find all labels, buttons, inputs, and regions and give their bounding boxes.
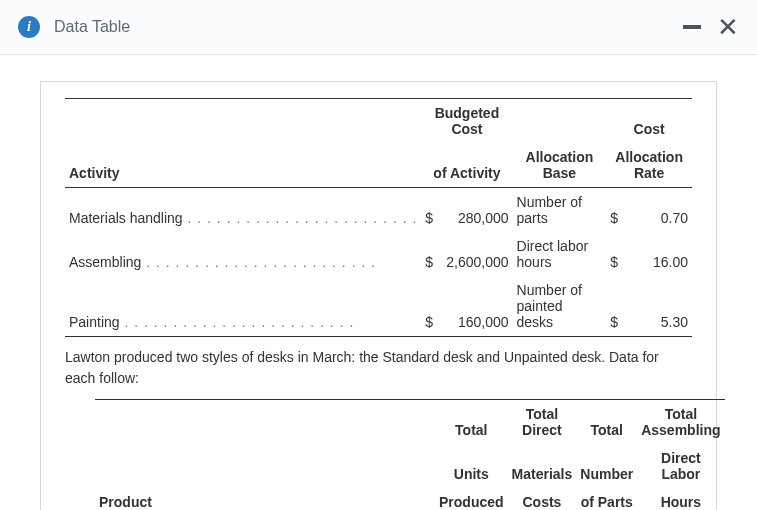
allocation-base: Direct labor hours (513, 232, 607, 276)
col-mat-l2: Materials (508, 444, 577, 488)
budgeted-amount: 280,000 (438, 188, 513, 233)
allocation-rate: 16.00 (623, 232, 692, 276)
table-row: Painting $ 160,000 Number of painted des… (65, 276, 692, 337)
budgeted-amount: 160,000 (438, 276, 513, 337)
currency-symbol: $ (421, 232, 437, 276)
col-activity: Activity (65, 143, 421, 188)
allocation-base: Number of painted desks (513, 276, 607, 337)
table-row: Assembling $ 2,600,000 Direct labor hour… (65, 232, 692, 276)
activity-cost-table: Budgeted Cost Cost Activity of Activity … (65, 98, 692, 337)
col-mat-l3: Costs (508, 488, 577, 510)
allocation-rate: 0.70 (623, 188, 692, 233)
activity-name: Painting (65, 276, 421, 337)
col-budgeted-l1: Budgeted Cost (421, 99, 512, 144)
table-row: Materials handling $ 280,000 Number of p… (65, 188, 692, 233)
col-mat-l1: Total Direct (508, 400, 577, 445)
header-left: i Data Table (18, 16, 130, 38)
narrative-text: Lawton produced two styles of desks in M… (65, 347, 692, 389)
col-units-l2: Units (435, 444, 508, 488)
col-parts-l3: of Parts (576, 488, 637, 510)
currency-symbol: $ (606, 232, 623, 276)
table-header-row: Units Materials Number Direct Labor (95, 444, 725, 488)
col-hours-l1: Total Assembling (637, 400, 724, 445)
col-cost-l1: Cost (606, 99, 692, 144)
col-parts-l2: Number (576, 444, 637, 488)
table-header-row: Total Total Direct Total Total Assemblin… (95, 400, 725, 445)
col-budgeted-l2: of Activity (421, 143, 512, 188)
window-header: i Data Table ✕ (0, 0, 757, 55)
allocation-rate: 5.30 (623, 276, 692, 337)
window-title: Data Table (54, 18, 130, 36)
col-allocation-base: Allocation Base (513, 143, 607, 188)
currency-symbol: $ (606, 276, 623, 337)
table-header-row: Product Produced Costs of Parts Hours (95, 488, 725, 510)
activity-name: Assembling (65, 232, 421, 276)
product-data-table: Total Total Direct Total Total Assemblin… (95, 399, 725, 510)
currency-symbol: $ (421, 276, 437, 337)
budgeted-amount: 2,600,000 (438, 232, 513, 276)
table-header-row: Budgeted Cost Cost (65, 99, 692, 144)
col-cost-l2: Allocation Rate (606, 143, 692, 188)
currency-symbol: $ (421, 188, 437, 233)
col-hours-l3: Hours (637, 488, 724, 510)
info-icon: i (18, 16, 40, 38)
currency-symbol: $ (606, 188, 623, 233)
data-panel: Budgeted Cost Cost Activity of Activity … (40, 81, 717, 510)
col-units-l1: Total (435, 400, 508, 445)
allocation-base: Number of parts (513, 188, 607, 233)
content-area: Budgeted Cost Cost Activity of Activity … (0, 55, 757, 510)
col-hours-l2: Direct Labor (637, 444, 724, 488)
col-parts-l1: Total (576, 400, 637, 445)
activity-name: Materials handling (65, 188, 421, 233)
minimize-icon[interactable] (683, 25, 701, 29)
col-product: Product (95, 488, 435, 510)
close-icon[interactable]: ✕ (717, 14, 739, 40)
header-controls: ✕ (683, 14, 739, 40)
table-header-row: Activity of Activity Allocation Base All… (65, 143, 692, 188)
col-units-l3: Produced (435, 488, 508, 510)
